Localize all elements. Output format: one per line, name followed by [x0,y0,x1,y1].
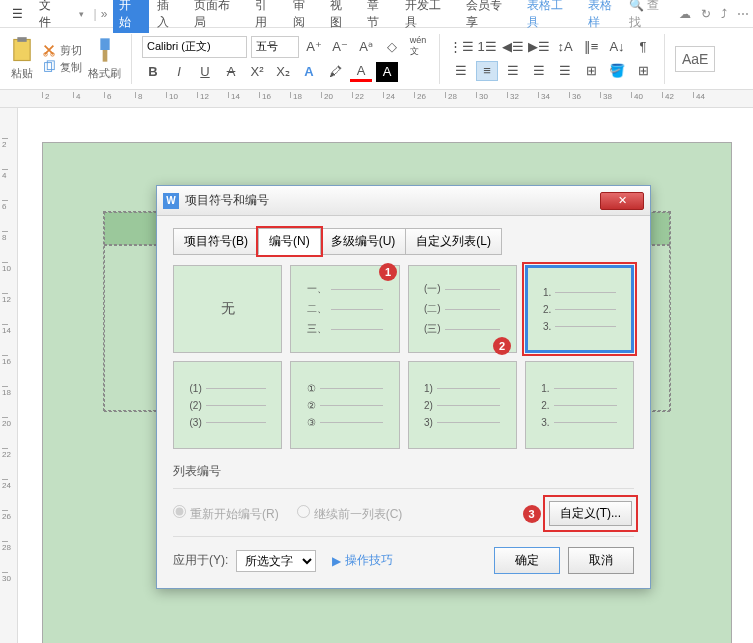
tab-chapter[interactable]: 章节 [361,0,396,33]
char-shading-icon[interactable]: A [376,62,398,82]
increase-font-icon[interactable]: A⁺ [303,37,325,57]
custom-button[interactable]: 自定义(T)... [549,501,632,526]
file-menu[interactable]: 文件 [31,0,71,33]
increase-indent-icon[interactable]: ▶☰ [528,37,550,57]
radio-group: 重新开始编号(R) 继续前一列表(C) [173,505,402,523]
tab-table-tools[interactable]: 表格工具 [521,0,580,33]
tab-bullets[interactable]: 项目符号(B) [173,228,259,255]
num-style-paren[interactable]: (1) (2) (3) [173,361,282,449]
align-center-icon[interactable]: ≡ [476,61,498,81]
ribbon: 粘贴 剪切 复制 格式刷 A⁺ A⁻ Aᵃ ◇ wén文 B I U A [0,28,753,90]
ribbon-separator [439,34,440,84]
continue-radio-input[interactable] [297,505,310,518]
more-icon[interactable]: ⋯ [737,7,749,21]
tips-link[interactable]: ▶ 操作技巧 [332,552,393,569]
italic-icon[interactable]: I [168,62,190,82]
phonetic-icon[interactable]: wén文 [407,37,429,57]
num-style-right-paren[interactable]: 1) 2) 3) [408,361,517,449]
app-icon: W [163,193,179,209]
tab-review[interactable]: 审阅 [287,0,322,33]
tab-member[interactable]: 会员专享 [460,0,519,33]
cut-icon [42,43,56,57]
sample: 2) [424,400,433,411]
text-effect-icon[interactable]: A [298,62,320,82]
num-style-circled[interactable]: ① ② ③ [290,361,399,449]
font-select[interactable] [142,36,247,58]
dialog-body: 项目符号(B) 编号(N) 多级编号(U) 自定义列表(L) 1 2 无 一、 … [157,216,650,588]
sort-icon[interactable]: A↓ [606,37,628,57]
ok-button[interactable]: 确定 [494,547,560,574]
font-color-icon[interactable]: A [350,62,372,82]
num-style-arabic-dot[interactable]: 1. 2. 3. [525,265,634,353]
tab-developer[interactable]: 开发工具 [399,0,458,33]
paste-button[interactable]: 粘贴 [8,36,36,81]
history-icon[interactable]: ↻ [701,7,711,21]
cancel-button[interactable]: 取消 [568,547,634,574]
num-style-none[interactable]: 无 [173,265,282,353]
tab-numbers[interactable]: 编号(N) [258,228,321,255]
sample: ③ [307,417,316,428]
change-case-icon[interactable]: Aᵃ [355,37,377,57]
continue-label: 继续前一列表(C) [314,507,403,521]
tab-references[interactable]: 引用 [249,0,284,33]
show-marks-icon[interactable]: ¶ [632,37,654,57]
close-button[interactable]: ✕ [600,192,644,210]
clear-format-icon[interactable]: ◇ [381,37,403,57]
cloud-icon[interactable]: ☁ [679,7,691,21]
sample: 1. [541,383,549,394]
tab-table-style[interactable]: 表格样 [582,0,629,33]
num-style-arabic-dot-alt[interactable]: 1. 2. 3. [525,361,634,449]
sample: ① [307,383,316,394]
font-size-select[interactable] [251,36,299,58]
continue-radio[interactable]: 继续前一列表(C) [297,505,403,523]
copy-label: 复制 [60,60,82,75]
share-icon[interactable]: ⤴ [721,7,727,21]
tab-home[interactable]: 开始 [113,0,148,33]
sample: 1. [543,287,551,298]
shading-icon[interactable]: 🪣 [606,61,628,81]
align-right-icon[interactable]: ☰ [502,61,524,81]
underline-icon[interactable]: U [194,62,216,82]
overflow-icon[interactable]: » [101,7,108,21]
cut-button[interactable]: 剪切 [42,43,82,58]
align-left-icon[interactable]: ☰ [450,61,472,81]
style-gallery[interactable]: AaE [675,46,715,72]
tab-settings-icon[interactable]: ⊞ [580,61,602,81]
file-dropdown-icon[interactable]: ▾ [71,7,92,21]
distribute-icon[interactable]: ☰ [554,61,576,81]
numbering-icon[interactable]: 1☰ [476,37,498,57]
strikethrough-icon[interactable]: A [220,62,242,82]
svg-rect-1 [17,37,26,42]
tab-view[interactable]: 视图 [324,0,359,33]
decrease-font-icon[interactable]: A⁻ [329,37,351,57]
highlight-icon[interactable]: 🖍 [324,62,346,82]
tab-page-layout[interactable]: 页面布局 [188,0,247,33]
apply-select[interactable]: 所选文字 [236,550,316,572]
restart-radio-input[interactable] [173,505,186,518]
tips-label: 操作技巧 [345,552,393,569]
format-painter-button[interactable]: 格式刷 [88,36,121,81]
copy-button[interactable]: 复制 [42,60,82,75]
play-icon: ▶ [332,554,341,568]
tab-insert[interactable]: 插入 [151,0,186,33]
menu-bar: ☰ 文件 ▾ | » 开始 插入 页面布局 引用 审阅 视图 章节 开发工具 会… [0,0,753,28]
tab-custom-list[interactable]: 自定义列表(L) [405,228,502,255]
menubar-right: 🔍 查找 ☁ ↻ ⤴ ⋯ [629,0,749,31]
restart-radio[interactable]: 重新开始编号(R) [173,505,279,523]
bold-icon[interactable]: B [142,62,164,82]
hamburger-icon[interactable]: ☰ [4,5,31,23]
borders-icon[interactable]: ⊞ [632,61,654,81]
decrease-indent-icon[interactable]: ◀☰ [502,37,524,57]
sample: (一) [424,282,441,296]
dialog-titlebar[interactable]: W 项目符号和编号 ✕ [157,186,650,216]
align-justify-icon[interactable]: ☰ [528,61,550,81]
line-spacing-icon[interactable]: ‖≡ [580,37,602,57]
search-button[interactable]: 🔍 查找 [629,0,669,31]
superscript-icon[interactable]: X² [246,62,268,82]
callout-3: 3 [523,505,541,523]
tab-multilevel[interactable]: 多级编号(U) [320,228,407,255]
sample: 3. [543,321,551,332]
subscript-icon[interactable]: X₂ [272,62,294,82]
bullets-icon[interactable]: ⋮☰ [450,37,472,57]
text-direction-icon[interactable]: ↕A [554,37,576,57]
